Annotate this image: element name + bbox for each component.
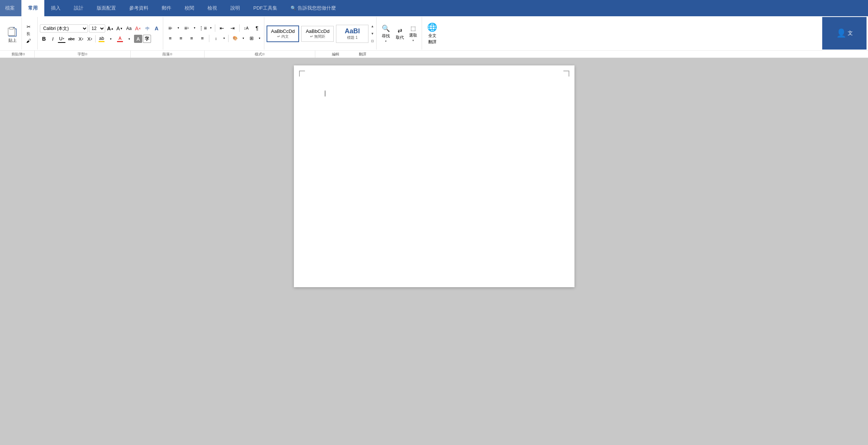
multilevel-button[interactable]: ⋮≡ xyxy=(198,24,207,32)
subscript-button[interactable]: X2 xyxy=(77,35,85,43)
tab-review[interactable]: 校閱 xyxy=(178,0,201,16)
borders-button[interactable]: ⊞ xyxy=(247,34,256,43)
decrease-indent-button[interactable]: ⇤ xyxy=(217,24,227,32)
select-dropdown[interactable]: ▾ xyxy=(412,39,414,42)
numbering-button[interactable]: ≡1 xyxy=(182,24,191,32)
font-label-section: 字型 ⊡ xyxy=(35,51,131,58)
highlight-dropdown[interactable]: ▾ xyxy=(107,35,115,43)
translate-button[interactable]: 🌐 全文 翻譯 xyxy=(424,21,440,46)
tab-insert[interactable]: 插入 xyxy=(44,0,67,16)
select-icon: ⬚ xyxy=(411,25,416,32)
strikethrough-button[interactable]: abc xyxy=(66,35,76,43)
numbering-dropdown[interactable]: ▾ xyxy=(192,24,197,32)
translate-label: 全文 xyxy=(428,33,436,38)
format-painter-button[interactable]: 🖌 xyxy=(23,38,34,44)
paragraph-label-section: 段落 ⊡ xyxy=(131,51,205,58)
font-label: 字型 xyxy=(78,52,85,57)
font-expand-btn[interactable]: ⊡ xyxy=(85,52,88,56)
style-heading1-text: AaBl xyxy=(340,27,364,35)
shading-dropdown[interactable]: ▾ xyxy=(241,34,246,43)
copy-button[interactable]: ⎘ xyxy=(23,31,34,37)
font-color-button[interactable]: A xyxy=(116,35,124,43)
select-button[interactable]: ⬚ 選取 ▾ xyxy=(407,24,419,44)
borders-dropdown[interactable]: ▾ xyxy=(257,34,262,43)
font-name-select[interactable]: Calibri (本文) xyxy=(40,24,88,33)
bold-button[interactable]: B xyxy=(40,35,48,43)
paragraph-group: ≡• ▾ ≡1 ▾ ⋮≡ ▾ ⇤ ⇥ ↕A ¶ ≡ ≡ ≡ xyxy=(163,17,264,50)
multilevel-dropdown[interactable]: ▾ xyxy=(209,24,213,32)
style-normal[interactable]: AaBbCcDd ↵ 內文 xyxy=(267,26,299,42)
bullets-dropdown[interactable]: ▾ xyxy=(176,24,181,32)
text-effect-button[interactable]: A xyxy=(152,24,161,33)
justify-button[interactable]: ≡ xyxy=(198,34,207,43)
separator4 xyxy=(209,35,209,42)
font-size-select[interactable]: 12 xyxy=(89,24,105,33)
styles-scroll-up[interactable]: ▲ xyxy=(371,24,374,28)
styles-expand-btn[interactable]: ⊡ xyxy=(262,52,265,56)
show-marks-button[interactable]: ¶ xyxy=(252,24,262,32)
right-panel: 👤 文 xyxy=(822,17,867,50)
style-no-space[interactable]: AaBbCcDd ↵ 無間距 xyxy=(301,26,334,42)
separator5 xyxy=(228,35,229,42)
bullets-button[interactable]: ≡• xyxy=(165,24,175,32)
editing-label-section: 編輯 xyxy=(315,51,356,58)
align-left-button[interactable]: ≡ xyxy=(165,34,175,43)
font-color-dropdown[interactable]: ▾ xyxy=(125,35,133,43)
user-icon: 👤 xyxy=(836,28,846,38)
tab-design[interactable]: 設計 xyxy=(67,0,90,16)
tab-home[interactable]: 常用 xyxy=(21,0,44,16)
translate-right-icon: 文 xyxy=(848,30,853,37)
tab-help[interactable]: 說明 xyxy=(224,0,247,16)
clipboard-label: 剪貼簿 xyxy=(11,52,23,57)
center-button[interactable]: ≡ xyxy=(176,34,186,43)
style-heading1[interactable]: AaBl 標題 1 xyxy=(336,25,368,43)
tab-references[interactable]: 參考資料 xyxy=(123,0,155,16)
tab-mailings[interactable]: 郵件 xyxy=(155,0,178,16)
find-button[interactable]: 🔍 尋找 ▾ xyxy=(379,23,393,44)
styles-group: AaBbCcDd ↵ 內文 AaBbCcDd ↵ 無間距 AaBl 標題 1 ▲… xyxy=(264,17,377,50)
text-highlight-button[interactable]: ab xyxy=(97,35,106,43)
increase-indent-button[interactable]: ⇥ xyxy=(228,24,237,32)
tab-view[interactable]: 檢視 xyxy=(201,0,224,16)
cut-button[interactable]: ✂ xyxy=(23,24,34,30)
find-dropdown[interactable]: ▾ xyxy=(385,40,387,43)
paragraph-expand-btn[interactable]: ⊡ xyxy=(170,52,172,56)
style-no-space-text: AaBbCcDd xyxy=(305,28,330,34)
left-margin xyxy=(235,65,294,287)
styles-scroll-down[interactable]: ▼ xyxy=(371,32,374,35)
styles-scroll[interactable]: ▲ ▼ ⊡ xyxy=(371,24,374,44)
grow-font-button[interactable]: A▲ xyxy=(106,24,114,33)
separator3 xyxy=(239,24,240,32)
styles-expand[interactable]: ⊡ xyxy=(371,39,374,43)
search-icon: 🔍 xyxy=(291,6,296,11)
align-right-button[interactable]: ≡ xyxy=(187,34,196,43)
page-corner-top-right xyxy=(563,71,569,77)
document-page[interactable] xyxy=(294,65,574,287)
italic-button[interactable]: I xyxy=(49,35,57,43)
shrink-font-button[interactable]: A▼ xyxy=(116,24,124,33)
shading-button[interactable]: 🎨 xyxy=(230,34,240,43)
clear-format-button[interactable]: A✕ xyxy=(134,24,142,33)
tab-file[interactable]: 檔案 xyxy=(0,0,21,16)
character-shading-button[interactable]: A xyxy=(134,35,142,43)
line-spacing-dropdown[interactable]: ▾ xyxy=(222,34,226,43)
tab-pdf[interactable]: PDF工具集 xyxy=(247,0,284,16)
paste-button[interactable] xyxy=(6,24,19,38)
separator1 xyxy=(95,35,96,43)
line-spacing-button[interactable]: ↕ xyxy=(211,34,221,43)
change-case-button[interactable]: Aa xyxy=(125,24,133,33)
tab-layout[interactable]: 版面配置 xyxy=(90,0,123,16)
phonetic-button[interactable]: 中 xyxy=(143,24,151,33)
style-normal-label: ↵ 內文 xyxy=(271,34,295,39)
replace-button[interactable]: ⇄ 取代 xyxy=(394,26,406,42)
char-border-button[interactable]: 字 xyxy=(143,35,151,43)
superscript-button[interactable]: X2 xyxy=(86,35,94,43)
ribbon: 貼上 ✂ ⎘ 🖌 Calibri (本文) 12 A▲ xyxy=(0,16,868,58)
tab-search-label: 告訴我您想做什麼 xyxy=(298,5,336,11)
sort-button[interactable]: ↕A xyxy=(241,24,251,32)
paste-label: 貼上 xyxy=(8,38,17,43)
tab-search[interactable]: 🔍 告訴我您想做什麼 xyxy=(284,0,343,16)
underline-button[interactable]: U▾ xyxy=(58,35,66,43)
clipboard-expand-btn[interactable]: ⊡ xyxy=(23,52,25,56)
separator2 xyxy=(215,24,215,32)
